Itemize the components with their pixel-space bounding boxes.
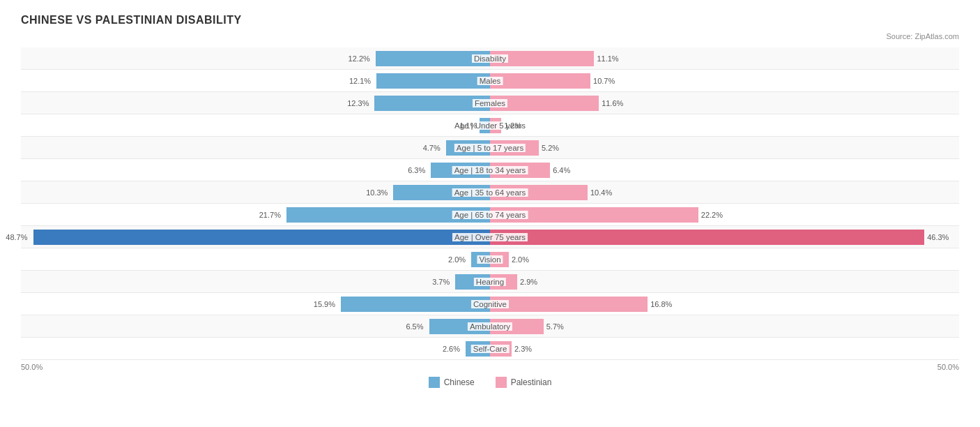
- bar-row: 6.5% Ambulatory 5.7%: [21, 315, 959, 338]
- legend-palestinian-label: Palestinian: [511, 377, 552, 387]
- bar-row: 15.9% Cognitive 16.8%: [21, 293, 959, 315]
- chart-area: 12.2% Disability 11.1% 12.1% Males: [21, 47, 959, 371]
- legend-palestinian-box: [496, 377, 507, 388]
- axis-left-label: 50.0%: [21, 363, 43, 371]
- bar-row: 6.3% Age | 18 to 34 years 6.4%: [21, 159, 959, 181]
- bar-row: 2.0% Vision 2.0%: [21, 248, 959, 271]
- bar-row: 12.1% Males 10.7%: [21, 70, 959, 92]
- bar-row: 12.3% Females 11.6%: [21, 92, 959, 114]
- axis-right-label: 50.0%: [937, 363, 959, 371]
- source-label: Source: ZipAtlas.com: [21, 32, 959, 40]
- legend-chinese: Chinese: [429, 377, 475, 388]
- bar-row: 2.6% Self-Care 2.3%: [21, 338, 959, 360]
- bar-row: 21.7% Age | 65 to 74 years 22.2%: [21, 204, 959, 226]
- chart-title: CHINESE VS PALESTINIAN DISABILITY: [21, 14, 959, 27]
- legend: Chinese Palestinian: [21, 377, 959, 388]
- bar-row: 48.7% Age | Over 75 years 46.3%: [21, 226, 959, 248]
- legend-palestinian: Palestinian: [496, 377, 552, 388]
- bar-row: 3.7% Hearing 2.9%: [21, 271, 959, 293]
- bar-row: 10.3% Age | 35 to 64 years 10.4%: [21, 181, 959, 204]
- bar-row: 12.2% Disability 11.1%: [21, 47, 959, 70]
- legend-chinese-label: Chinese: [444, 377, 475, 387]
- bar-row: 1.1% Age | Under 5 years 1.2%: [21, 114, 959, 137]
- bar-row: 4.7% Age | 5 to 17 years 5.2%: [21, 137, 959, 159]
- legend-chinese-box: [429, 377, 440, 388]
